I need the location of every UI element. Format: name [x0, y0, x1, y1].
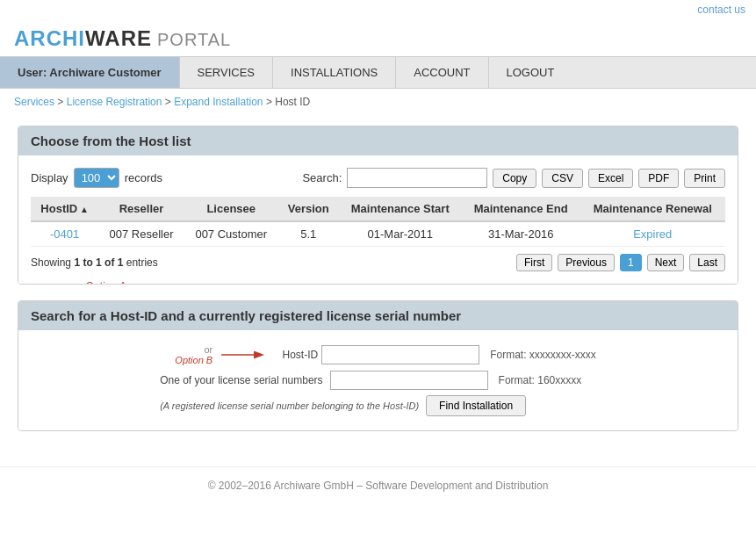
- host-id-format: Format: xxxxxxxx-xxxx: [490, 349, 596, 361]
- logo-portal: PORTAL: [157, 30, 231, 49]
- print-button[interactable]: Print: [684, 169, 725, 188]
- main-content: Choose from the Host list Display 100 25…: [0, 115, 756, 458]
- page-current[interactable]: 1: [620, 254, 642, 271]
- nav-installations[interactable]: INSTALLATIONS: [272, 57, 395, 88]
- excel-button[interactable]: Excel: [588, 169, 633, 188]
- showing-text: Showing 1 to 1 of 1 entries: [31, 256, 158, 269]
- copy-button[interactable]: Copy: [493, 169, 536, 188]
- page-previous[interactable]: Previous: [558, 254, 615, 271]
- logo-arch: ARCHI: [14, 26, 85, 50]
- search-input[interactable]: [347, 168, 487, 188]
- pdf-button[interactable]: PDF: [638, 169, 679, 188]
- or-label: or: [204, 344, 212, 355]
- cell-maint-start: 01-Mar-2011: [339, 221, 462, 247]
- col-version[interactable]: Version: [278, 197, 339, 221]
- breadcrumb-expand[interactable]: Expand Installation: [174, 96, 263, 108]
- cell-reseller: 007 Reseller: [98, 221, 184, 247]
- col-licensee[interactable]: Licensee: [184, 197, 278, 221]
- page-last[interactable]: Last: [689, 254, 725, 271]
- showing-range: 1 to 1 of 1: [74, 256, 126, 269]
- cell-version: 5.1: [278, 221, 339, 247]
- page-first[interactable]: First: [516, 254, 552, 271]
- display-label: Display: [31, 171, 68, 184]
- host-id-input[interactable]: [321, 345, 479, 364]
- host-list-body: Display 100 25 50 records Search: Copy C…: [18, 155, 738, 284]
- serial-input[interactable]: [330, 371, 488, 390]
- search-controls: Search: Copy CSV Excel PDF Print: [302, 168, 725, 188]
- option-a-arrow-icon: [31, 273, 83, 285]
- table-row: -0401 007 Reseller 007 Customer 5.1 01-M…: [31, 221, 725, 247]
- host-list-section: Choose from the Host list Display 100 25…: [18, 126, 738, 285]
- cell-maint-end: 31-Mar-2016: [462, 221, 580, 247]
- serial-format: Format: 160xxxxx: [499, 374, 582, 386]
- search-label: Search:: [302, 171, 342, 184]
- table-controls: Display 100 25 50 records Search: Copy C…: [31, 168, 725, 188]
- option-b-label: Option B: [175, 355, 212, 365]
- serial-label: One of your license serial numbers: [160, 374, 322, 386]
- cell-host-id[interactable]: -0401: [31, 221, 98, 247]
- breadcrumb-host-id: Host ID: [275, 96, 310, 108]
- search-section: Search for a Host-ID and a currently reg…: [18, 300, 738, 431]
- nav-services[interactable]: SERVICES: [179, 57, 273, 88]
- footer-text: © 2002–2016 Archiware GmbH – Software De…: [208, 480, 549, 492]
- breadcrumb-services[interactable]: Services: [14, 96, 54, 108]
- col-maint-start[interactable]: Maintenance Start: [339, 197, 462, 221]
- find-installation-button[interactable]: Find Installation: [426, 395, 526, 416]
- nav: User: Archiware Customer SERVICES INSTAL…: [0, 56, 756, 89]
- host-list-header: Choose from the Host list: [18, 126, 738, 155]
- nav-account[interactable]: ACCOUNT: [395, 57, 487, 88]
- footer: © 2002–2016 Archiware GmbH – Software De…: [0, 466, 756, 504]
- csv-button[interactable]: CSV: [542, 169, 583, 188]
- option-b-arrow-icon: [218, 346, 270, 364]
- breadcrumb-license-reg[interactable]: License Registration: [67, 96, 162, 108]
- search-section-header: Search for a Host-ID and a currently reg…: [18, 301, 738, 330]
- col-maint-renewal[interactable]: Maintenance Renewal: [580, 197, 725, 221]
- contact-link[interactable]: contact us: [697, 4, 745, 16]
- records-label: records: [125, 171, 162, 184]
- host-table: HostID Reseller Licensee Version Mainten…: [31, 197, 725, 247]
- col-reseller[interactable]: Reseller: [98, 197, 184, 221]
- cell-maint-renewal[interactable]: Expired: [580, 221, 725, 247]
- nav-user: User: Archiware Customer: [0, 57, 179, 88]
- display-controls: Display 100 25 50 records: [31, 168, 162, 188]
- pagination: First Previous 1 Next Last: [516, 254, 725, 271]
- top-bar: contact us: [0, 0, 756, 19]
- option-b-row: or Option B: [160, 344, 596, 365]
- logo: ARCHIWAREPORTAL: [14, 26, 231, 50]
- serial-row: One of your license serial numbers Forma…: [160, 371, 596, 390]
- page-next[interactable]: Next: [647, 254, 685, 271]
- search-form: or Option B: [160, 344, 596, 416]
- logo-ware: WARE: [85, 26, 152, 50]
- display-select[interactable]: 100 25 50: [74, 168, 119, 188]
- nav-logout[interactable]: LOGOUT: [488, 57, 572, 88]
- col-maint-end[interactable]: Maintenance End: [462, 197, 580, 221]
- col-host-id[interactable]: HostID: [31, 197, 98, 221]
- cell-licensee: 007 Customer: [184, 221, 278, 247]
- option-a-label: Option A: [85, 280, 126, 285]
- host-id-label: Host-ID: [274, 349, 318, 361]
- search-section-body: or Option B: [18, 330, 738, 430]
- logo-bar: ARCHIWAREPORTAL: [0, 19, 756, 56]
- table-footer: Showing 1 to 1 of 1 entries First Previo…: [31, 254, 725, 271]
- serial-note: (A registered license serial number belo…: [160, 400, 419, 411]
- breadcrumb: Services > License Registration > Expand…: [0, 89, 756, 115]
- find-row: (A registered license serial number belo…: [160, 395, 596, 416]
- search-form-container: or Option B: [36, 344, 720, 416]
